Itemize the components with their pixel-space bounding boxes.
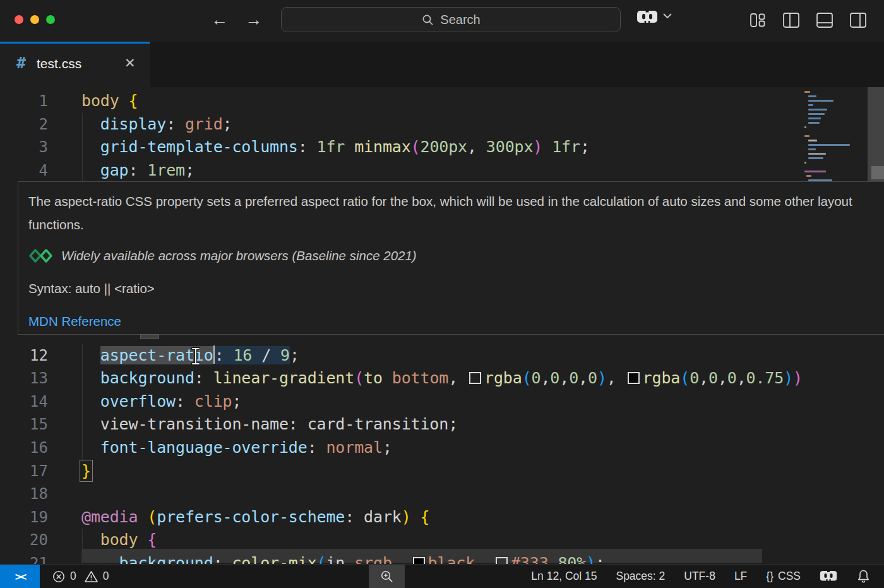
line-number: 18: [0, 483, 48, 506]
braces-icon: {}: [766, 570, 774, 583]
scrollbar-notch: [871, 166, 884, 179]
search-icon: [421, 13, 434, 27]
tooltip-baseline-text: Widely available across major browsers (…: [61, 246, 417, 265]
line-number: 15: [0, 413, 48, 436]
close-tab-icon[interactable]: ✕: [124, 56, 136, 71]
code-line: overflow: clip;: [81, 390, 241, 414]
search-label: Search: [440, 13, 480, 27]
customize-layout-button[interactable]: [750, 11, 767, 30]
color-swatch: [469, 372, 481, 384]
line-number: 13: [0, 367, 48, 390]
line-number: 16: [0, 436, 48, 460]
text-cursor-pointer: [190, 346, 201, 366]
remote-indicator[interactable]: ><: [0, 565, 40, 588]
problems-item[interactable]: 0 0: [52, 565, 109, 588]
code-line: background: linear-gradient(to bottom, r…: [81, 367, 812, 390]
tab-test-css[interactable]: # test.css ✕: [0, 42, 150, 87]
minimap-line: [808, 140, 817, 141]
zoom-in-icon: [379, 569, 395, 584]
tooltip-syntax: Syntax: auto || <ratio>: [28, 279, 871, 298]
encoding-item[interactable]: UTF-8: [674, 570, 725, 583]
minimap-line: [804, 171, 826, 172]
notifications-item[interactable]: [847, 569, 880, 584]
baseline-widely-available-icon: [28, 248, 54, 263]
maximize-window-button[interactable]: [46, 15, 55, 24]
copilot-icon: [820, 570, 837, 584]
line-number: 3: [0, 136, 48, 159]
minimap-line: [808, 100, 833, 102]
minimap-line: [804, 135, 809, 137]
cursor-position-item[interactable]: Ln 12, Col 15: [522, 570, 606, 583]
minimap-line: [808, 157, 823, 159]
code-line: grid-template-columns: 1fr minmax(200px,…: [81, 136, 590, 159]
minimap-line: [806, 175, 811, 177]
toggle-secondary-sidebar-button[interactable]: [849, 11, 867, 30]
tooltip-baseline-row: Widely available across major browsers (…: [28, 246, 871, 265]
code-line: body {: [81, 90, 138, 113]
code-line: view-transition-name: card-transition;: [81, 413, 458, 436]
tab-bar: # test.css ✕ ⋯: [0, 42, 884, 87]
command-center-search[interactable]: Search: [281, 7, 621, 32]
warning-count: 0: [103, 570, 109, 583]
code-line: }: [81, 460, 91, 483]
color-swatch: [628, 372, 640, 384]
code-line: gap: 1rem;: [81, 159, 194, 183]
back-arrow-icon[interactable]: ←: [211, 8, 228, 31]
line-number: 14: [0, 390, 48, 414]
minimap-line: [804, 91, 810, 93]
minimap-line: [808, 113, 825, 115]
copilot-icon[interactable]: [636, 9, 658, 26]
toggle-sidebar-button[interactable]: [782, 11, 800, 30]
error-count: 0: [70, 570, 76, 583]
line-number: 19: [0, 506, 48, 529]
language-mode-item[interactable]: {} CSS: [756, 570, 810, 583]
line-number: 1: [0, 90, 48, 113]
bell-icon: [856, 569, 871, 584]
code-line: @media (prefers-color-scheme: dark) {: [81, 506, 429, 529]
color-swatch: [413, 557, 425, 564]
tooltip-description: The aspect-ratio CSS property sets a pre…: [28, 190, 871, 236]
line-number: 21: [0, 552, 48, 564]
minimap-line: [804, 126, 806, 128]
forward-arrow-icon[interactable]: →: [245, 8, 262, 31]
minimap-line: [808, 109, 827, 111]
tab-label: test.css: [37, 56, 81, 71]
tooltip-resize-grip[interactable]: [140, 334, 159, 339]
minimap-line: [808, 95, 816, 97]
code-line: background: color-mix(in srgb, black, #3…: [81, 552, 605, 564]
minimize-window-button[interactable]: [30, 15, 39, 24]
mdn-reference-link[interactable]: MDN Reference: [28, 312, 121, 331]
line-number: 20: [0, 529, 48, 552]
code-line: body {: [81, 529, 157, 552]
code-line: display: grid;: [81, 113, 232, 136]
title-bar: ← → Search: [0, 0, 884, 42]
vscode-window: ← → Search: [0, 0, 884, 588]
minimap-line: [808, 117, 821, 119]
status-bar: >< 0 0 Ln 12, Col 15: [0, 564, 884, 588]
line-number: 17: [0, 460, 48, 483]
eol-item[interactable]: LF: [725, 570, 756, 583]
zoom-level-item[interactable]: [369, 565, 405, 588]
close-window-button[interactable]: [15, 15, 23, 24]
minimap-line: [808, 148, 816, 150]
minimap-line: [808, 153, 826, 155]
line-number: 2: [0, 113, 48, 136]
line-number: 4: [0, 159, 48, 183]
code-line: font-language-override: normal;: [81, 436, 392, 460]
hover-tooltip: The aspect-ratio CSS property sets a pre…: [18, 181, 884, 335]
css-file-icon: #: [16, 54, 26, 72]
minimap-line: [808, 122, 820, 124]
color-swatch: [496, 557, 508, 564]
minimap-line: [804, 162, 806, 164]
minimap-line: [808, 144, 850, 146]
indentation-item[interactable]: Spaces: 2: [606, 570, 674, 583]
errors-icon: [52, 570, 66, 584]
copilot-status-item[interactable]: [810, 570, 847, 584]
warnings-icon: [84, 570, 99, 584]
line-number: 12: [0, 344, 48, 368]
minimap-line: [808, 104, 813, 106]
chevron-down-icon[interactable]: [662, 11, 673, 20]
toggle-panel-button[interactable]: [816, 11, 833, 30]
